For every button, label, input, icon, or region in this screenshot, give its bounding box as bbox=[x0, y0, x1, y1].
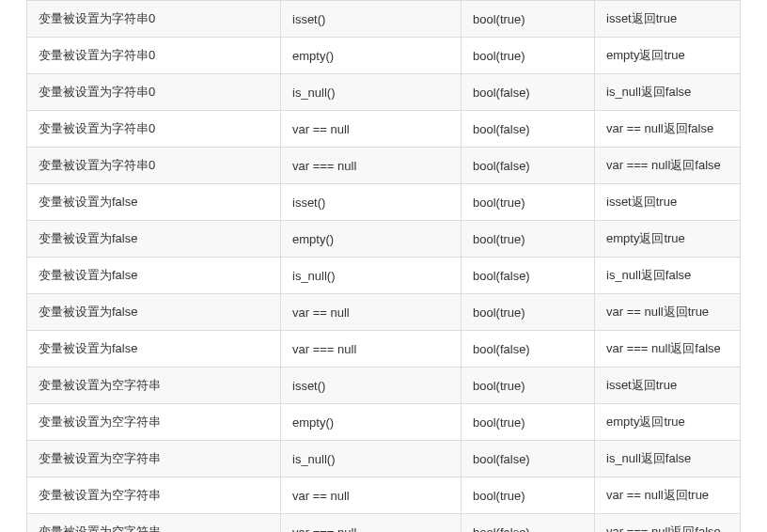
cell-note: isset返回true bbox=[595, 1, 741, 38]
cell-function: var == null bbox=[281, 477, 462, 514]
cell-result: bool(true) bbox=[462, 221, 595, 258]
cell-condition: 变量被设置为空字符串 bbox=[27, 441, 281, 477]
cell-function: var === null bbox=[281, 514, 462, 533]
cell-condition: 变量被设置为字符串0 bbox=[27, 38, 281, 74]
cell-result: bool(false) bbox=[462, 148, 595, 184]
cell-result: bool(true) bbox=[462, 294, 595, 331]
cell-note: var == null返回true bbox=[595, 477, 741, 514]
table-row: 变量被设置为空字符串var === nullbool(false)var ===… bbox=[27, 514, 741, 533]
cell-function: isset() bbox=[281, 184, 462, 221]
cell-function: isset() bbox=[281, 1, 462, 38]
cell-function: var == null bbox=[281, 294, 462, 331]
cell-condition: 变量被设置为空字符串 bbox=[27, 404, 281, 441]
cell-condition: 变量被设置为字符串0 bbox=[27, 74, 281, 111]
reference-table: 变量被设置为字符串0isset()bool(true)isset返回true变量… bbox=[26, 0, 741, 532]
table-row: 变量被设置为falseis_null()bool(false)is_null返回… bbox=[27, 258, 741, 294]
cell-function: is_null() bbox=[281, 441, 462, 477]
cell-note: var === null返回false bbox=[595, 331, 741, 368]
cell-result: bool(false) bbox=[462, 258, 595, 294]
cell-function: var === null bbox=[281, 148, 462, 184]
cell-condition: 变量被设置为空字符串 bbox=[27, 368, 281, 404]
table-row: 变量被设置为空字符串is_null()bool(false)is_null返回f… bbox=[27, 441, 741, 477]
cell-result: bool(true) bbox=[462, 368, 595, 404]
cell-note: var === null返回false bbox=[595, 514, 741, 533]
table-container: 变量被设置为字符串0isset()bool(true)isset返回true变量… bbox=[0, 0, 767, 532]
cell-result: bool(false) bbox=[462, 74, 595, 111]
cell-function: var === null bbox=[281, 331, 462, 368]
cell-result: bool(false) bbox=[462, 441, 595, 477]
table-row: 变量被设置为字符串0isset()bool(true)isset返回true bbox=[27, 1, 741, 38]
cell-function: is_null() bbox=[281, 258, 462, 294]
table-row: 变量被设置为字符串0is_null()bool(false)is_null返回f… bbox=[27, 74, 741, 111]
table-row: 变量被设置为falsevar == nullbool(true)var == n… bbox=[27, 294, 741, 331]
cell-function: empty() bbox=[281, 404, 462, 441]
cell-function: is_null() bbox=[281, 74, 462, 111]
cell-note: empty返回true bbox=[595, 38, 741, 74]
cell-condition: 变量被设置为字符串0 bbox=[27, 111, 281, 148]
cell-note: empty返回true bbox=[595, 221, 741, 258]
table-row: 变量被设置为字符串0var == nullbool(false)var == n… bbox=[27, 111, 741, 148]
cell-result: bool(true) bbox=[462, 184, 595, 221]
table-row: 变量被设置为空字符串var == nullbool(true)var == nu… bbox=[27, 477, 741, 514]
cell-result: bool(true) bbox=[462, 38, 595, 74]
cell-condition: 变量被设置为字符串0 bbox=[27, 1, 281, 38]
cell-note: is_null返回false bbox=[595, 74, 741, 111]
cell-condition: 变量被设置为空字符串 bbox=[27, 514, 281, 533]
cell-condition: 变量被设置为false bbox=[27, 258, 281, 294]
cell-result: bool(false) bbox=[462, 514, 595, 533]
cell-function: var == null bbox=[281, 111, 462, 148]
cell-note: is_null返回false bbox=[595, 441, 741, 477]
cell-note: isset返回true bbox=[595, 184, 741, 221]
cell-condition: 变量被设置为false bbox=[27, 221, 281, 258]
table-row: 变量被设置为falseisset()bool(true)isset返回true bbox=[27, 184, 741, 221]
table-row: 变量被设置为空字符串empty()bool(true)empty返回true bbox=[27, 404, 741, 441]
cell-result: bool(true) bbox=[462, 477, 595, 514]
cell-note: var == null返回false bbox=[595, 111, 741, 148]
cell-function: empty() bbox=[281, 221, 462, 258]
table-row: 变量被设置为字符串0empty()bool(true)empty返回true bbox=[27, 38, 741, 74]
cell-note: var == null返回true bbox=[595, 294, 741, 331]
cell-condition: 变量被设置为空字符串 bbox=[27, 477, 281, 514]
cell-result: bool(false) bbox=[462, 331, 595, 368]
cell-function: isset() bbox=[281, 368, 462, 404]
cell-note: isset返回true bbox=[595, 368, 741, 404]
cell-condition: 变量被设置为字符串0 bbox=[27, 148, 281, 184]
cell-condition: 变量被设置为false bbox=[27, 331, 281, 368]
table-row: 变量被设置为字符串0var === nullbool(false)var ===… bbox=[27, 148, 741, 184]
table-row: 变量被设置为falseempty()bool(true)empty返回true bbox=[27, 221, 741, 258]
cell-result: bool(true) bbox=[462, 404, 595, 441]
cell-note: is_null返回false bbox=[595, 258, 741, 294]
cell-note: empty返回true bbox=[595, 404, 741, 441]
cell-condition: 变量被设置为false bbox=[27, 184, 281, 221]
cell-condition: 变量被设置为false bbox=[27, 294, 281, 331]
table-row: 变量被设置为空字符串isset()bool(true)isset返回true bbox=[27, 368, 741, 404]
cell-result: bool(false) bbox=[462, 111, 595, 148]
cell-result: bool(true) bbox=[462, 1, 595, 38]
table-row: 变量被设置为falsevar === nullbool(false)var ==… bbox=[27, 331, 741, 368]
cell-note: var === null返回false bbox=[595, 148, 741, 184]
cell-function: empty() bbox=[281, 38, 462, 74]
